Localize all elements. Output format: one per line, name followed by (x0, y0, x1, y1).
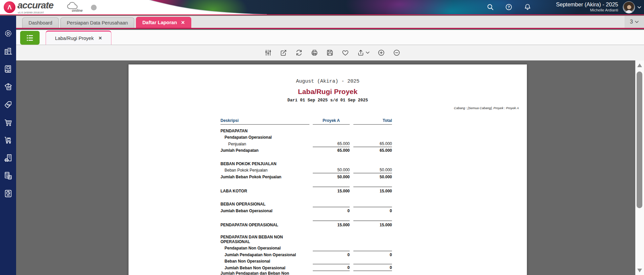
row-value-total: 65.000 (353, 141, 392, 147)
close-icon[interactable]: ✕ (181, 20, 185, 25)
user-avatar[interactable] (623, 1, 635, 13)
export-share-button[interactable] (356, 48, 370, 58)
cash-bank-icon[interactable] (4, 82, 13, 91)
row-label: Beban Non Operasional (220, 259, 309, 264)
row-label: Jumlah Pendapatan dan Beban Non Operasio… (220, 271, 309, 275)
company-buildings-icon[interactable] (4, 47, 13, 56)
row-label: Jumlah Beban Operasional (220, 209, 309, 214)
chevron-down-icon (635, 21, 639, 23)
favorite-heart-button[interactable] (340, 48, 350, 58)
tab-persiapan-data-perusahaan[interactable]: Persiapan Data Perusahaan (60, 17, 134, 28)
zoom-out-button[interactable] (392, 48, 401, 58)
row-value-proyek-a: 15.000 (313, 221, 350, 228)
zoom-in-button[interactable] (376, 48, 386, 58)
row-value-total: 15.000 (353, 221, 392, 228)
column-header-deskripsi: Deskripsi (220, 118, 309, 125)
row-value-proyek-a: 15.000 (313, 187, 350, 194)
top-header-bar: Λ accurate online v1.0.1#3090-2016197 ? … (0, 0, 644, 15)
print-button[interactable] (309, 48, 319, 58)
logo-letter: Λ (7, 4, 12, 11)
version-label: v1.0.1#3090-2016197 (18, 11, 44, 14)
save-button[interactable] (325, 48, 335, 58)
table-row: BEBAN OPERASIONAL (220, 201, 392, 208)
row-value-total (353, 166, 392, 167)
sales-price-tag-rp-icon[interactable]: Rp (4, 100, 13, 109)
svg-text:Rp: Rp (7, 103, 10, 106)
row-label: Penjualan (220, 142, 309, 147)
column-header-total: Total (353, 118, 392, 125)
main-sidebar: Rp TAX (0, 16, 16, 275)
vertical-scrollbar[interactable] (635, 60, 644, 275)
row-value-proyek-a: 50.000 (313, 168, 350, 173)
table-row: Jumlah Pendapatan65.00065.000 (220, 147, 392, 154)
tab-overflow-button[interactable]: 3 (625, 16, 644, 28)
row-label: Jumlah Beban Pokok Penjualan (220, 175, 309, 180)
settings-gear-icon[interactable] (4, 29, 13, 38)
row-label: BEBAN OPERASIONAL (220, 202, 309, 207)
scrollbar-thumb[interactable] (637, 72, 642, 208)
accurate-logo-icon: Λ (4, 1, 15, 13)
row-value-total: 50.000 (353, 175, 392, 180)
scroll-up-arrow-icon[interactable] (637, 63, 642, 67)
reports-chart-icon[interactable] (4, 189, 13, 198)
table-row: Jumlah Beban Operasional00 (220, 207, 392, 214)
report-table: Deskripsi Proyek A Total PENDAPATANPenda… (220, 118, 392, 275)
tab-count-label: 3 (630, 19, 633, 25)
row-value-proyek-a (313, 250, 350, 251)
row-label: BEBAN POKOK PENJUALAN (220, 162, 309, 167)
subtab-laba-rugi-proyek[interactable]: Laba/Rugi Proyek ✕ (46, 31, 111, 45)
table-row: Jumlah Beban Pokok Penjualan50.00050.000 (220, 173, 392, 180)
fixed-assets-icon[interactable] (4, 153, 13, 163)
table-row: Jumlah Pendapatan dan Beban Non Operasio… (220, 271, 392, 275)
brand-subtitle: online (72, 8, 83, 12)
row-label: LABA KOTOR (220, 189, 309, 194)
tax-calculator-icon[interactable]: TAX (4, 171, 13, 180)
user-name-label: Michelle Ardianti (556, 8, 618, 12)
table-header-row: Deskripsi Proyek A Total (220, 118, 392, 125)
row-spacer (220, 180, 392, 187)
inventory-trolley-icon[interactable] (4, 136, 13, 145)
tab-daftar-laporan[interactable]: Daftar Laporan ✕ (136, 17, 191, 28)
filter-sliders-button[interactable] (263, 48, 273, 58)
tab-dashboard[interactable]: Dashboard (22, 17, 59, 28)
help-icon[interactable]: ? (505, 3, 512, 11)
scroll-down-arrow-icon[interactable] (637, 269, 642, 272)
export-chevron-down-icon (366, 51, 369, 54)
table-row: BEBAN POKOK PENJUALAN (220, 160, 392, 167)
svg-text:?: ? (508, 5, 510, 9)
table-row: PENDAPATAN OPERASIONAL15.00015.000 (220, 221, 392, 228)
row-value-total (353, 244, 392, 245)
table-row: Jumlah Pendapatan Non Operasional00 (220, 251, 392, 258)
report-page: August (Akira) - 2025 Laba/Rugi Proyek D… (129, 64, 527, 275)
row-value-proyek-a: 50.000 (313, 175, 350, 180)
row-value-proyek-a: 65.000 (313, 148, 350, 153)
row-value-total: 50.000 (353, 168, 392, 173)
tab-label: Dashboard (29, 20, 52, 26)
table-row: Pendapatan Non Operasional (220, 245, 392, 251)
report-title: Laba/Rugi Proyek (129, 88, 527, 96)
edit-button[interactable] (279, 48, 288, 58)
table-row: PENDAPATAN DAN BEBAN NON OPERASIONAL (220, 235, 392, 245)
list-icon (26, 34, 34, 42)
report-subtab-bar: Laba/Rugi Proyek ✕ (16, 30, 644, 45)
table-row: Pendapatan Operasional (220, 134, 392, 141)
refresh-button[interactable] (294, 48, 304, 58)
row-value-proyek-a: 65.000 (313, 141, 350, 147)
close-icon[interactable]: ✕ (98, 36, 102, 41)
journal-book-icon[interactable] (4, 64, 13, 74)
user-session-info[interactable]: September (Akira) - 2025 Michelle Ardian… (556, 1, 618, 12)
user-menu-chevron-down-icon[interactable] (637, 6, 641, 9)
search-icon[interactable] (487, 3, 494, 11)
row-label: PENDAPATAN (220, 129, 309, 134)
purchases-cart-icon[interactable] (4, 118, 13, 127)
row-value-proyek-a: 0 (313, 209, 350, 214)
tab-label: Persiapan Data Perusahaan (67, 20, 128, 26)
row-value-total: 65.000 (353, 148, 392, 153)
row-value-proyek-a: 0 (313, 265, 350, 271)
report-header: August (Akira) - 2025 Laba/Rugi Proyek D… (129, 64, 527, 103)
notifications-bell-icon[interactable] (524, 3, 531, 11)
row-value-total: 0 (353, 209, 392, 214)
active-period-label: September (Akira) - 2025 (556, 1, 618, 8)
row-value-proyek-a (313, 244, 350, 245)
report-list-button[interactable] (20, 31, 40, 45)
